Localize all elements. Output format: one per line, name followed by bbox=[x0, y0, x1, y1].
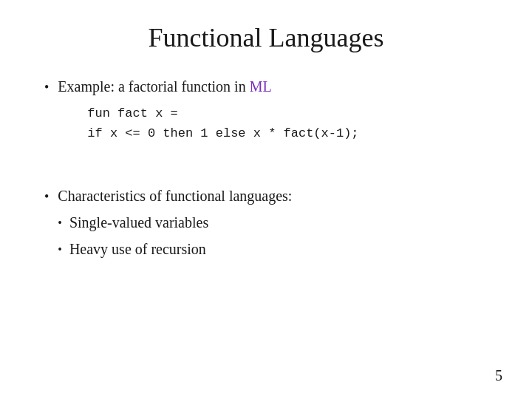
sub-bullet-dot-2: • bbox=[58, 241, 62, 259]
bullet1-prefix: Example: a factorial function in bbox=[58, 78, 249, 95]
slide: Functional Languages • Example: a factor… bbox=[0, 0, 532, 399]
bullet-dot-2: • bbox=[44, 189, 49, 205]
bullet-text-2: Characteristics of functional languages:… bbox=[58, 185, 292, 260]
bullet-text-1: Example: a factorial function in ML fun … bbox=[58, 75, 358, 143]
code-block: fun fact x = if x <= 0 then 1 else x * f… bbox=[87, 103, 358, 143]
sub-bullet-label-1: Single-valued variables bbox=[69, 211, 208, 233]
code-line-2: if x <= 0 then 1 else x * fact(x-1); bbox=[87, 123, 358, 143]
sub-bullets: • Single-valued variables • Heavy use of… bbox=[58, 211, 292, 260]
code-line-1: fun fact x = bbox=[87, 103, 358, 123]
slide-title: Functional Languages bbox=[44, 22, 488, 53]
page-number: 5 bbox=[495, 367, 502, 384]
bullet2-text: Characteristics of functional languages: bbox=[58, 188, 292, 204]
sub-bullet-dot-1: • bbox=[58, 214, 62, 232]
ml-link: ML bbox=[250, 78, 272, 95]
section-gap bbox=[44, 158, 488, 170]
content-area: • Example: a factorial function in ML fu… bbox=[44, 75, 488, 377]
sub-bullet-label-2: Heavy use of recursion bbox=[69, 238, 206, 260]
bullet-item-2: • Characteristics of functional language… bbox=[44, 185, 488, 260]
bullet-dot-1: • bbox=[44, 80, 49, 95]
sub-bullet-item-2: • Heavy use of recursion bbox=[58, 238, 292, 260]
bullet-item-1: • Example: a factorial function in ML fu… bbox=[44, 75, 488, 143]
sub-bullet-item-1: • Single-valued variables bbox=[58, 211, 292, 233]
